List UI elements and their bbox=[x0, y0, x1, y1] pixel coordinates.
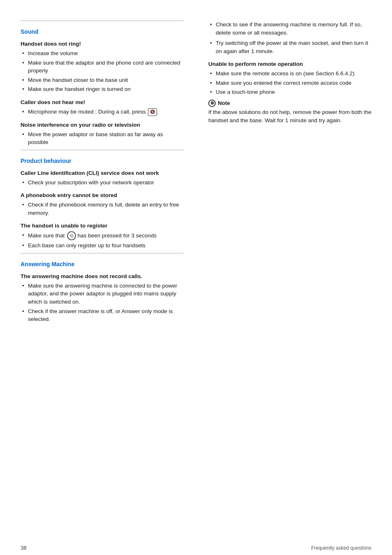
note-icon: ⊕ bbox=[208, 100, 216, 107]
footer-label: Frequently asked questions bbox=[311, 545, 371, 551]
list-item: Make sure you entered the correct remote… bbox=[208, 79, 371, 87]
list-item: Move the power adaptor or base station a… bbox=[21, 130, 184, 146]
handset-ring-title: Handset does not ring! bbox=[21, 41, 184, 47]
radio-button-icon: •)) bbox=[67, 231, 76, 240]
page-footer: 38 Frequently asked questions bbox=[21, 542, 371, 551]
list-item: Make sure the handset ringer is turned o… bbox=[21, 85, 184, 93]
noise-section: Noise interference on your radio or tele… bbox=[21, 122, 184, 146]
list-item: Make sure the answering machine is conne… bbox=[21, 282, 184, 306]
no-record-section: The answering machine does not record ca… bbox=[21, 273, 184, 323]
list-item: Try switching off the power at the main … bbox=[208, 39, 371, 55]
note-title: ⊕ Note bbox=[208, 100, 371, 107]
caller-hear-list: Microphone may be muted : During a call,… bbox=[21, 108, 184, 116]
cli-title: Caller Line Identification (CLI) service… bbox=[21, 170, 184, 176]
answering-divider bbox=[21, 253, 184, 253]
list-item: Check if the phonebook memory is full, d… bbox=[21, 201, 184, 217]
no-record-list: Make sure the answering machine is conne… bbox=[21, 282, 184, 323]
noise-title: Noise interference on your radio or tele… bbox=[21, 122, 184, 128]
caller-hear-title: Caller does not hear me! bbox=[21, 99, 184, 105]
cli-section: Caller Line Identification (CLI) service… bbox=[21, 170, 184, 187]
list-item: Use a touch-tone phone bbox=[208, 88, 371, 96]
main-columns: Sound Handset does not ring! Increase th… bbox=[21, 21, 371, 534]
no-record-title: The answering machine does not record ca… bbox=[21, 273, 184, 279]
list-item: Check your subscription with your networ… bbox=[21, 179, 184, 187]
remote-op-section: Unable to perform remote operation Make … bbox=[208, 61, 371, 96]
caller-hear-section: Caller does not hear me! Microphone may … bbox=[21, 99, 184, 116]
cli-list: Check your subscription with your networ… bbox=[21, 179, 184, 187]
list-item: Make sure that •)) has been pressed for … bbox=[21, 231, 184, 240]
noise-list: Move the power adaptor or base station a… bbox=[21, 130, 184, 146]
handset-ring-section: Handset does not ring! Increase the volu… bbox=[21, 41, 184, 93]
note-block: ⊕ Note If the above solutions do not hel… bbox=[208, 100, 371, 124]
intro-bullets: Check to see if the answering machine is… bbox=[208, 21, 371, 55]
register-list: Make sure that •)) has been pressed for … bbox=[21, 231, 184, 250]
list-item: Make sure the remote access is on (see S… bbox=[208, 70, 371, 78]
remote-op-title: Unable to perform remote operation bbox=[208, 61, 371, 67]
register-title: The handset is unable to register bbox=[21, 223, 184, 229]
list-item: Check to see if the answering machine is… bbox=[208, 21, 371, 37]
page: Sound Handset does not ring! Increase th… bbox=[0, 8, 392, 555]
left-column: Sound Handset does not ring! Increase th… bbox=[21, 21, 188, 534]
list-item: Make sure that the adaptor and the phone… bbox=[21, 59, 184, 75]
sound-divider bbox=[21, 21, 184, 21]
list-item: Microphone may be muted : During a call,… bbox=[21, 108, 184, 116]
list-item: Move the handset closer to the base unit bbox=[21, 76, 184, 84]
list-item: Check if the answer machine is off, or A… bbox=[21, 307, 184, 323]
remote-op-list: Make sure the remote access is on (see S… bbox=[208, 70, 371, 96]
answering-header: Answering Machine bbox=[21, 258, 184, 267]
phonebook-list: Check if the phonebook memory is full, d… bbox=[21, 201, 184, 217]
right-column: Check to see if the answering machine is… bbox=[204, 21, 371, 534]
handset-ring-list: Increase the volume Make sure that the a… bbox=[21, 49, 184, 93]
list-item: Each base can only register up to four h… bbox=[21, 242, 184, 250]
phonebook-title: A phonebook entry cannot be stored bbox=[21, 192, 184, 198]
product-divider bbox=[21, 150, 184, 150]
mute-icon: 🔇 bbox=[148, 108, 157, 116]
note-label: Note bbox=[218, 100, 230, 106]
sound-header: Sound bbox=[21, 26, 184, 35]
note-text: If the above solutions do not help, remo… bbox=[208, 108, 371, 124]
product-header: Product behaviour bbox=[21, 155, 184, 164]
page-number: 38 bbox=[21, 545, 26, 551]
list-item: Increase the volume bbox=[21, 49, 184, 58]
register-section: The handset is unable to register Make s… bbox=[21, 223, 184, 250]
phonebook-section: A phonebook entry cannot be stored Check… bbox=[21, 192, 184, 217]
